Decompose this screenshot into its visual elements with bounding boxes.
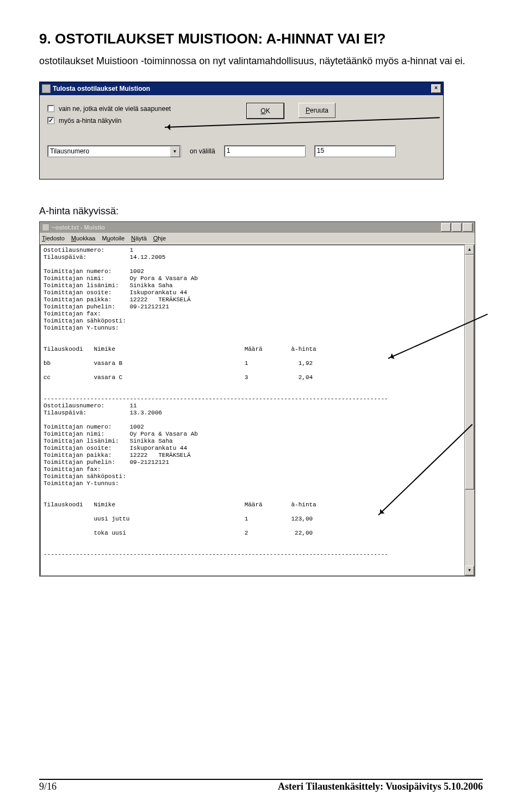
maximize-icon[interactable]: □ <box>452 223 462 232</box>
notepad-text-area[interactable]: Ostotilausnumero: 1 Tilauspäivä: 14.12.2… <box>40 244 464 576</box>
doc-title: Asteri Tilaustenkäsittely: Vuosipäivitys… <box>278 781 483 792</box>
notepad-title: ~ostot.txt - Muistio <box>52 224 105 231</box>
scroll-up-icon[interactable]: ▲ <box>465 245 474 255</box>
criteria-combo[interactable]: Tilausnumero ▼ <box>47 145 181 157</box>
close-icon[interactable]: × <box>463 223 473 232</box>
between-label: on välillä <box>190 147 215 155</box>
chevron-down-icon[interactable]: ▼ <box>170 146 180 157</box>
section-heading: 9. OSTOTILAUKSET MUISTIOON: A-HINNAT VAI… <box>39 30 483 47</box>
notepad-titlebar: ~ostot.txt - Muistio _ □ × <box>40 222 475 233</box>
vertical-scrollbar[interactable]: ▲ ▼ <box>464 244 475 576</box>
scrollbar-track[interactable] <box>465 255 474 566</box>
menu-file[interactable]: Tiedosto <box>42 235 65 241</box>
scroll-down-icon[interactable]: ▼ <box>465 566 474 575</box>
page-number: 9/16 <box>39 781 57 792</box>
menu-view[interactable]: Näytä <box>131 235 147 241</box>
notepad-window: ~ostot.txt - Muistio _ □ × Tiedosto Muok… <box>39 221 475 577</box>
notepad-icon <box>42 224 49 231</box>
combo-value: Tilausnumero <box>50 147 89 155</box>
menu-help[interactable]: Ohje <box>153 235 166 241</box>
dialog-tulosta-ostotilaukset: Tulosta ostotilaukset Muistioon × vain n… <box>39 82 444 179</box>
checkbox-label: vain ne, jotka eivät ole vielä saapuneet <box>59 105 171 113</box>
ok-button[interactable]: OK <box>247 103 284 119</box>
system-icon <box>42 84 51 93</box>
range-from-input[interactable]: 1 <box>224 145 306 157</box>
checkbox-label: myös a-hinta näkyviin <box>59 117 121 125</box>
menu-edit[interactable]: Muokkaa <box>71 235 96 241</box>
scrollbar-thumb[interactable] <box>465 255 474 489</box>
range-to-input[interactable]: 15 <box>314 145 396 157</box>
checkbox-show-aprice[interactable] <box>47 117 54 124</box>
page-footer: 9/16 Asteri Tilaustenkäsittely: Vuosipäi… <box>39 779 483 792</box>
dialog-titlebar: Tulosta ostotilaukset Muistioon × <box>40 82 443 95</box>
close-icon[interactable]: × <box>431 84 441 93</box>
intro-text: ostotilaukset Muistioon -toiminnossa on … <box>39 55 483 67</box>
notepad-menubar: Tiedosto Muokkaa Muotoile Näytä Ohje <box>40 233 475 244</box>
subheading: A-hinta näkyvissä: <box>39 206 483 217</box>
dialog-title: Tulosta ostotilaukset Muistioon <box>53 85 150 92</box>
minimize-icon[interactable]: _ <box>441 223 451 232</box>
cancel-button[interactable]: Peruuta <box>299 103 335 118</box>
menu-format[interactable]: Muotoile <box>102 235 125 241</box>
checkbox-only-not-arrived[interactable] <box>47 105 54 112</box>
notepad-screenshot-wrap: ~ostot.txt - Muistio _ □ × Tiedosto Muok… <box>39 221 474 577</box>
